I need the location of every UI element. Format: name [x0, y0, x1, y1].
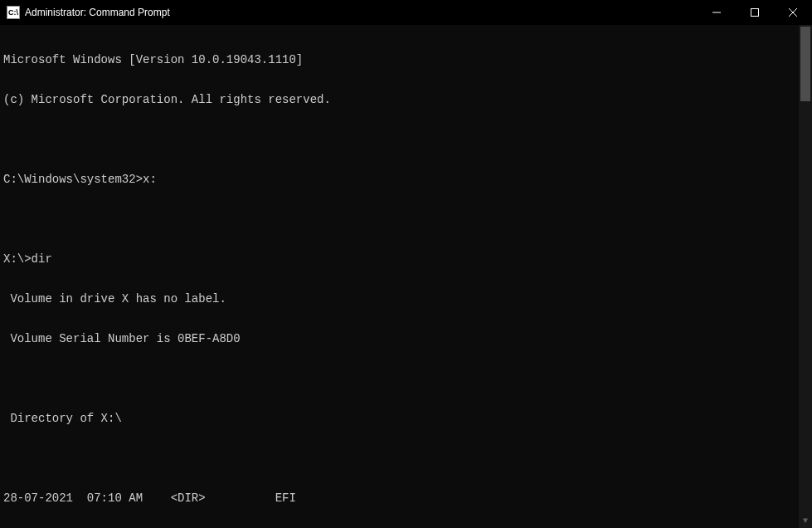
output-line: C:\Windows\system32>x: [3, 173, 809, 186]
output-line [3, 452, 809, 465]
output-line [3, 133, 809, 146]
window-controls [698, 0, 812, 25]
output-line [3, 372, 809, 385]
output-line [3, 213, 809, 226]
output-line: (c) Microsoft Corporation. All rights re… [3, 93, 809, 106]
output-line: X:\>dir [3, 252, 809, 266]
output-line: Directory of X:\ [3, 412, 809, 425]
scroll-down-arrow-icon[interactable]: ▼ [799, 515, 812, 528]
vertical-scrollbar[interactable]: ▲ ▼ [799, 25, 812, 528]
svg-rect-0 [751, 9, 759, 17]
output-line: Volume Serial Number is 0BEF-A8D0 [3, 332, 809, 345]
titlebar[interactable]: C:\ Administrator: Command Prompt [0, 0, 812, 25]
output-line: 28-07-2021 07:10 AM <DIR> EFI [3, 491, 809, 505]
minimize-icon [712, 8, 721, 17]
terminal-output[interactable]: Microsoft Windows [Version 10.0.19043.11… [0, 25, 812, 528]
cmd-window: C:\ Administrator: Command Prompt Micros… [0, 0, 812, 528]
scrollbar-thumb[interactable] [800, 27, 810, 101]
minimize-button[interactable] [698, 0, 736, 25]
output-line: Volume in drive X has no label. [3, 292, 809, 306]
cmd-icon: C:\ [7, 6, 20, 19]
maximize-icon [751, 8, 759, 17]
maximize-button[interactable] [736, 0, 774, 25]
window-title: Administrator: Command Prompt [25, 7, 698, 18]
close-icon [789, 8, 797, 17]
output-line: Microsoft Windows [Version 10.0.19043.11… [3, 53, 809, 66]
close-button[interactable] [774, 0, 812, 25]
